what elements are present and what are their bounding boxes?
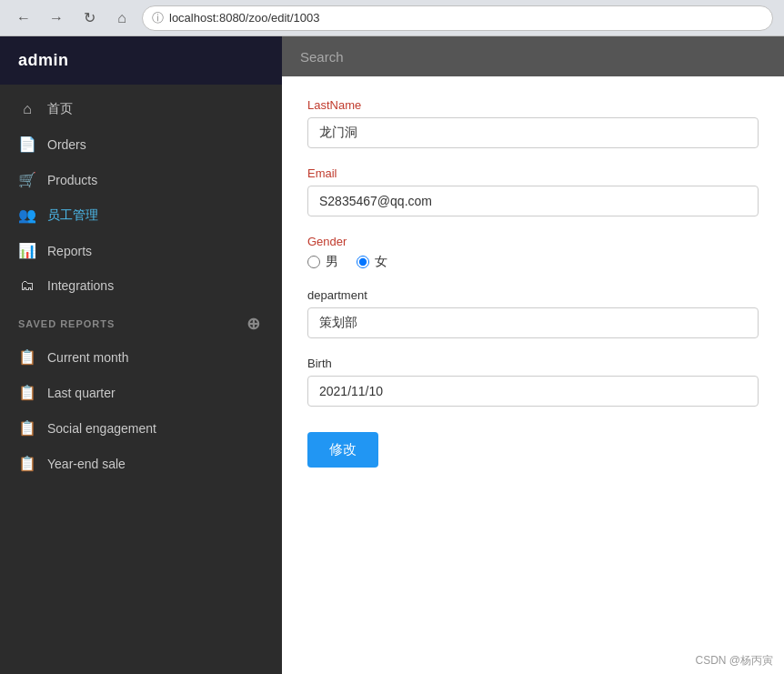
lastname-input[interactable] bbox=[307, 117, 759, 148]
sidebar-item-home[interactable]: ⌂ 首页 bbox=[0, 92, 282, 126]
orders-icon: 📄 bbox=[18, 136, 36, 153]
sidebar-item-label: Orders bbox=[47, 137, 86, 152]
sidebar-item-label: Social engagement bbox=[47, 421, 156, 436]
url-text: localhost:8080/zoo/edit/1003 bbox=[169, 11, 320, 25]
sidebar-item-current-month[interactable]: 📋 Current month bbox=[0, 339, 282, 375]
employee-icon: 👥 bbox=[18, 206, 36, 224]
submit-button[interactable]: 修改 bbox=[307, 432, 378, 468]
gender-female-option[interactable]: 女 bbox=[357, 254, 387, 270]
gender-male-option[interactable]: 男 bbox=[307, 254, 338, 270]
sidebar-item-year-end-sale[interactable]: 📋 Year-end sale bbox=[0, 446, 282, 481]
sidebar-item-label: Last quarter bbox=[47, 386, 116, 400]
birth-input[interactable] bbox=[307, 376, 759, 407]
sidebar-item-orders[interactable]: 📄 Orders bbox=[0, 126, 282, 162]
birth-group: Birth bbox=[307, 357, 759, 407]
sidebar-item-last-quarter[interactable]: 📋 Last quarter bbox=[0, 375, 282, 410]
saved-reports-section: SAVED REPORTS ⊕ bbox=[0, 303, 282, 339]
sidebar-item-employee[interactable]: 👥 员工管理 bbox=[0, 197, 282, 233]
gender-label: Gender bbox=[307, 235, 759, 248]
home-icon: ⌂ bbox=[18, 101, 36, 117]
lastname-label: LastName bbox=[307, 98, 759, 112]
watermark: CSDN @杨丙寅 bbox=[282, 648, 784, 674]
sidebar-item-label: Year-end sale bbox=[47, 457, 126, 471]
back-button[interactable]: ← bbox=[11, 5, 36, 31]
main-content: Search LastName Email Gender 男 bbox=[282, 36, 784, 674]
email-group: Email bbox=[307, 166, 759, 216]
reload-button[interactable]: ↻ bbox=[76, 5, 102, 31]
form-area: LastName Email Gender 男 女 bbox=[282, 76, 784, 648]
sidebar-item-products[interactable]: 🛒 Products bbox=[0, 162, 282, 197]
integrations-icon: 🗂 bbox=[18, 277, 36, 294]
lastname-group: LastName bbox=[307, 98, 759, 148]
sidebar-item-label: Current month bbox=[47, 350, 128, 365]
sidebar-item-label: 首页 bbox=[47, 101, 73, 117]
email-input[interactable] bbox=[307, 186, 759, 216]
main-header: Search bbox=[282, 36, 784, 76]
products-icon: 🛒 bbox=[18, 171, 36, 188]
sidebar-item-label: Reports bbox=[47, 244, 92, 258]
info-icon: ⓘ bbox=[152, 10, 164, 26]
gender-female-radio[interactable] bbox=[357, 256, 369, 268]
home-button[interactable]: ⌂ bbox=[109, 5, 135, 31]
gender-group: Gender 男 女 bbox=[307, 235, 759, 270]
gender-male-radio[interactable] bbox=[307, 256, 320, 268]
sidebar-title: admin bbox=[18, 51, 69, 69]
sidebar-item-social-engagement[interactable]: 📋 Social engagement bbox=[0, 410, 282, 446]
browser-chrome: ← → ↻ ⌂ ⓘ localhost:8080/zoo/edit/1003 bbox=[0, 0, 784, 36]
add-saved-report-button[interactable]: ⊕ bbox=[244, 314, 264, 334]
sidebar-item-integrations[interactable]: 🗂 Integrations bbox=[0, 268, 282, 303]
sidebar-item-label: 员工管理 bbox=[47, 207, 98, 224]
department-label: department bbox=[307, 288, 759, 302]
gender-female-label: 女 bbox=[375, 254, 387, 270]
sidebar-item-label: Integrations bbox=[47, 278, 114, 293]
address-bar[interactable]: ⓘ localhost:8080/zoo/edit/1003 bbox=[142, 5, 773, 31]
department-input[interactable] bbox=[307, 307, 759, 338]
doc-icon: 📋 bbox=[18, 455, 36, 472]
sidebar: admin ⌂ 首页 📄 Orders 🛒 Products 👥 员工管理 📊 … bbox=[0, 36, 282, 674]
reports-icon: 📊 bbox=[18, 242, 36, 259]
sidebar-item-label: Products bbox=[47, 173, 97, 187]
doc-icon: 📋 bbox=[18, 348, 36, 366]
department-group: department bbox=[307, 288, 759, 338]
search-placeholder: Search bbox=[300, 49, 344, 65]
sidebar-nav: ⌂ 首页 📄 Orders 🛒 Products 👥 员工管理 📊 Report… bbox=[0, 85, 282, 674]
saved-reports-label: SAVED REPORTS bbox=[18, 318, 115, 329]
birth-label: Birth bbox=[307, 357, 759, 370]
gender-radio-group: 男 女 bbox=[307, 254, 759, 270]
doc-icon: 📋 bbox=[18, 419, 36, 437]
email-label: Email bbox=[307, 166, 759, 180]
doc-icon: 📋 bbox=[18, 384, 36, 401]
sidebar-item-reports[interactable]: 📊 Reports bbox=[0, 233, 282, 268]
app-layout: admin ⌂ 首页 📄 Orders 🛒 Products 👥 员工管理 📊 … bbox=[0, 36, 784, 674]
forward-button[interactable]: → bbox=[44, 5, 69, 31]
sidebar-header: admin bbox=[0, 36, 282, 85]
gender-male-label: 男 bbox=[326, 254, 338, 270]
